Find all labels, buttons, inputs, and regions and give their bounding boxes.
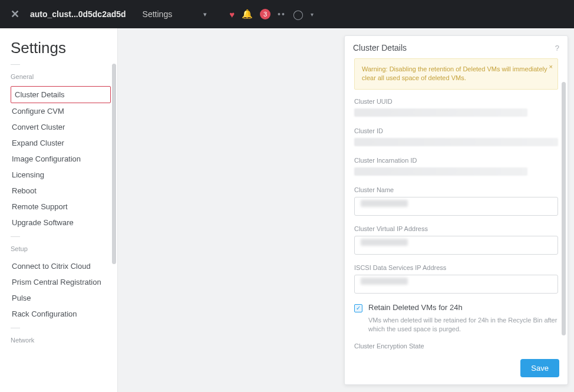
section-network: Network [11, 337, 117, 344]
sidebar-item-rack-config[interactable]: Rack Configuration [11, 306, 111, 322]
sidebar-item-licensing[interactable]: Licensing [11, 167, 111, 183]
panel-title: Cluster Details [353, 43, 407, 52]
sidebar-item-cluster-details[interactable]: Cluster Details [11, 86, 111, 103]
cluster-name[interactable]: auto_clust...0d5dc2ad5d [30, 9, 126, 19]
chevron-down-icon[interactable]: ▾ [203, 11, 207, 18]
sidebar-item-citrix-cloud[interactable]: Connect to Citrix Cloud [11, 258, 111, 274]
details-panel: Cluster Details ? Warning: Disabling the… [344, 35, 568, 385]
topbar-icons: ♥ 🔔 3 •• ◯ ▾ [229, 9, 314, 20]
heart-icon[interactable]: ♥ [229, 9, 235, 19]
section-setup: Setup [11, 245, 117, 252]
panel-footer: Save [345, 353, 568, 384]
divider [11, 64, 20, 65]
value-cluster-uuid [354, 108, 527, 117]
sidebar-item-image-configuration[interactable]: Image Configuration [11, 151, 111, 167]
close-icon[interactable]: × [549, 62, 553, 71]
divider [11, 328, 20, 328]
help-icon[interactable]: ? [555, 44, 559, 52]
sidebar-items-setup: Connect to Citrix Cloud Prism Central Re… [11, 258, 117, 322]
checkbox-label-retain: Retain Deleted VMs for 24h [368, 303, 463, 312]
warning-text: Warning: Disabling the retention of Dele… [362, 65, 547, 81]
sidebar: Settings General Cluster Details Configu… [0, 28, 118, 392]
close-icon[interactable]: ✕ [11, 8, 19, 21]
warning-banner: Warning: Disabling the retention of Dele… [354, 58, 558, 90]
label-iscsi: ISCSI Data Services IP Address [354, 264, 558, 271]
more-icon[interactable]: •• [278, 9, 286, 19]
label-cluster-id: Cluster ID [354, 127, 558, 134]
panel-body: Warning: Disabling the retention of Dele… [345, 58, 568, 353]
panel-header: Cluster Details ? [345, 36, 568, 58]
input-iscsi[interactable] [354, 275, 558, 294]
sidebar-item-prism-central[interactable]: Prism Central Registration [11, 274, 111, 290]
label-cluster-uuid: Cluster UUID [354, 98, 558, 105]
bell-icon[interactable]: 🔔 [242, 9, 253, 19]
save-button[interactable]: Save [520, 359, 559, 377]
page-title: Settings [11, 39, 117, 57]
sidebar-item-remote-support[interactable]: Remote Support [11, 199, 111, 215]
main-area: Settings General Cluster Details Configu… [0, 28, 574, 392]
label-cluster-incarnation: Cluster Incarnation ID [354, 157, 558, 164]
sidebar-item-expand-cluster[interactable]: Expand Cluster [11, 135, 111, 151]
alert-badge[interactable]: 3 [260, 9, 270, 19]
sidebar-items-general: Cluster Details Configure CVM Convert Cl… [11, 86, 117, 230]
scrollbar[interactable] [562, 82, 566, 335]
label-cluster-name: Cluster Name [354, 186, 558, 193]
section-general: General [11, 73, 117, 80]
checkbox-retain[interactable]: ✓ [354, 304, 362, 312]
tab-settings[interactable]: Settings [143, 9, 173, 19]
label-cluster-vip: Cluster Virtual IP Address [354, 225, 558, 232]
checkbox-row-retain[interactable]: ✓ Retain Deleted VMs for 24h [354, 303, 558, 312]
sidebar-item-upgrade-software[interactable]: Upgrade Software [11, 215, 111, 230]
sidebar-item-convert-cluster[interactable]: Convert Cluster [11, 119, 111, 135]
scrollbar[interactable] [112, 64, 116, 264]
input-cluster-name[interactable] [354, 197, 558, 216]
input-cluster-vip[interactable] [354, 236, 558, 255]
sidebar-item-pulse[interactable]: Pulse [11, 290, 111, 306]
checkbox-desc-retain: VMs when deleted will be retained for 24… [368, 316, 558, 334]
label-encryption: Cluster Encryption State [354, 342, 558, 350]
value-cluster-id [354, 138, 558, 146]
value-cluster-incarnation [354, 167, 527, 176]
sidebar-item-reboot[interactable]: Reboot [11, 183, 111, 199]
divider [11, 236, 20, 237]
sidebar-item-configure-cvm[interactable]: Configure CVM [11, 103, 111, 119]
circle-icon[interactable]: ◯ [293, 9, 304, 20]
chevron-down-icon[interactable]: ▾ [311, 11, 314, 18]
topbar: ✕ auto_clust...0d5dc2ad5d Settings ▾ ♥ 🔔… [0, 0, 574, 28]
